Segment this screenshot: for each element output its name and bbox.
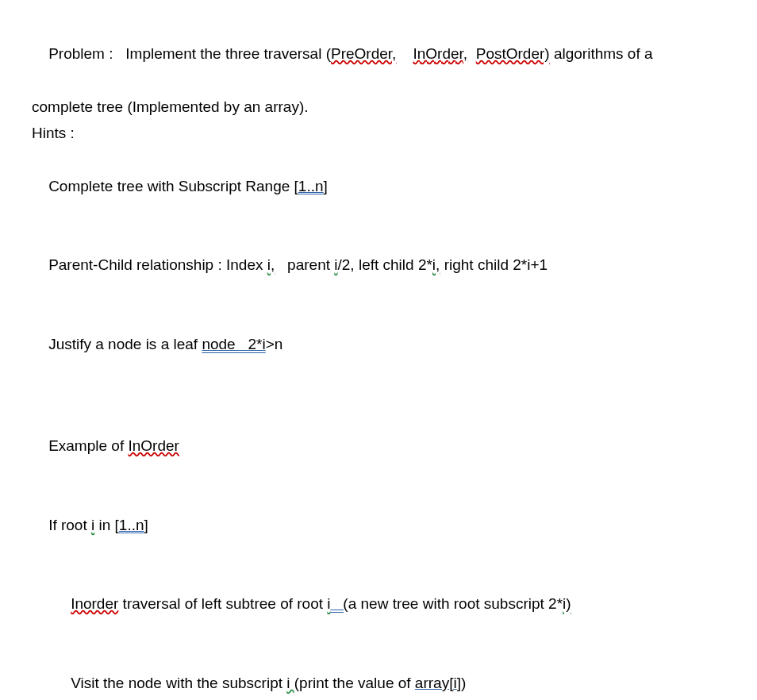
spacer — [32, 384, 725, 406]
postorder-word: PostOrder) — [476, 45, 550, 62]
hint-2: Parent-Child relationship : Index i, par… — [32, 225, 725, 305]
example-title: Example of InOrder — [32, 406, 725, 486]
example-visit-node: Visit the node with the subscript i (pri… — [32, 644, 725, 700]
document-body: Problem : Implement the three traversal … — [32, 14, 725, 700]
hints-label: Hints : — [32, 120, 725, 146]
preorder-word: PreOrder, — [331, 45, 396, 62]
example-left-subtree: Inorder traversal of left subtree of roo… — [32, 564, 725, 644]
problem-label: Problem : — [48, 45, 117, 62]
inorder-word: InOrder, — [413, 45, 468, 62]
problem-line2: complete tree (Implemented by an array). — [32, 94, 725, 120]
hint-1: Complete tree with Subscript Range [1..n… — [32, 146, 725, 225]
hint-3: Justify a node is a leaf node 2*i>n — [32, 305, 725, 384]
problem-line1: Problem : Implement the three traversal … — [32, 14, 725, 94]
example-ifroot: If root i in [1..n] — [32, 485, 725, 564]
